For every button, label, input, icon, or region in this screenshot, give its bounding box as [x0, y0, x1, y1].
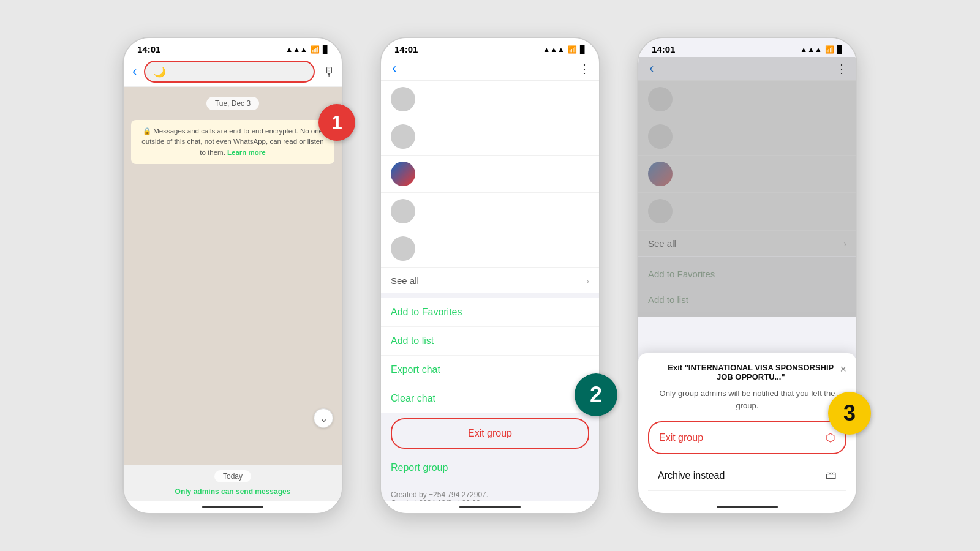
- list-item: [381, 81, 599, 118]
- see-all-row[interactable]: See all ›: [381, 268, 599, 293]
- chat-header: ‹ 🌙 🎙: [124, 57, 342, 87]
- home-bar-2: [459, 506, 521, 508]
- back-button-2[interactable]: ‹: [390, 61, 399, 77]
- phone-2: 14:01 ▲▲▲ 📶 ▊ ‹ ⋮: [380, 37, 600, 514]
- exit-dialog: Exit "INTERNATIONAL VISA SPONSORSHIP JOB…: [638, 353, 856, 501]
- home-bar-3: [717, 506, 778, 508]
- add-favorites-dimmed: Add to Favorites: [638, 261, 856, 287]
- time-3: 14:01: [652, 44, 675, 54]
- add-list-dimmed: Add to list: [638, 287, 856, 312]
- exit-group-button[interactable]: Exit group: [391, 418, 589, 449]
- status-bar-2: 14:01 ▲▲▲ 📶 ▊: [381, 38, 599, 57]
- list-item: [381, 156, 599, 193]
- step-3-badge: 3: [828, 392, 871, 435]
- see-all-label-3: See all: [648, 238, 676, 249]
- phone-1: 14:01 ▲▲▲ 📶 ▊ ‹ 🌙 🎙 Tue, Dec 3 🔒 Message…: [123, 37, 343, 514]
- status-icons-3: ▲▲▲ 📶 ▊: [800, 45, 843, 54]
- learn-more-link[interactable]: Learn more: [227, 149, 266, 156]
- home-indicator-2: [381, 501, 599, 513]
- phone-2-frame: 14:01 ▲▲▲ 📶 ▊ ‹ ⋮: [380, 37, 600, 514]
- add-to-favorites-item[interactable]: Add to Favorites: [381, 298, 599, 327]
- status-icons-1: ▲▲▲ 📶 ▊: [285, 45, 328, 54]
- phone-3-background: See all › Add to Favorites Add to list E…: [638, 81, 856, 501]
- see-all-label: See all: [391, 276, 419, 286]
- step-2-badge: 2: [575, 373, 617, 416]
- group-info-header-3: ‹ ⋮: [638, 57, 856, 81]
- list-item: [381, 118, 599, 156]
- dialog-header: Exit "INTERNATIONAL VISA SPONSORSHIP JOB…: [648, 363, 846, 381]
- lock-icon: 🔒: [143, 127, 151, 135]
- avatar-d1: [648, 87, 673, 111]
- created-by: Created by +254 794 272907.: [391, 490, 589, 499]
- only-text: Only: [175, 487, 192, 496]
- avatar: [391, 87, 415, 111]
- menu-button-3[interactable]: ⋮: [835, 61, 848, 76]
- signal-icon: ▲▲▲: [285, 45, 307, 54]
- step-1-badge: 1: [318, 104, 355, 141]
- dialog-body: Only group admins will be notified that …: [648, 388, 846, 411]
- phone-1-frame: 14:01 ▲▲▲ 📶 ▊ ‹ 🌙 🎙 Tue, Dec 3 🔒 Message…: [123, 37, 343, 514]
- chat-footer: Today Only admins can send messages: [124, 465, 342, 501]
- avatar-d4: [648, 199, 673, 223]
- battery-icon-2: ▊: [580, 45, 586, 54]
- status-bar-1: 14:01 ▲▲▲ 📶 ▊: [124, 38, 342, 57]
- avatar-d2: [648, 124, 673, 149]
- archive-icon: 🗃: [826, 469, 837, 482]
- group-info-header: ‹ ⋮: [381, 57, 599, 81]
- battery-icon: ▊: [323, 45, 328, 54]
- encryption-notice: 🔒 Messages and calls are end-to-end encr…: [131, 120, 334, 164]
- list-item-d3: [638, 156, 856, 193]
- status-bar-3: 14:01 ▲▲▲ 📶 ▊: [638, 38, 856, 57]
- battery-icon-3: ▊: [837, 45, 843, 54]
- close-dialog-button[interactable]: ×: [840, 363, 846, 376]
- list-item-d4: [638, 193, 856, 230]
- avatar: [391, 162, 415, 186]
- search-icon: 🌙: [154, 66, 166, 78]
- avatar: [391, 199, 415, 223]
- menu-section: Add to Favorites Add to list Export chat…: [381, 298, 599, 413]
- group-created-info: Created by +254 794 272907. Created 2024…: [381, 482, 599, 501]
- chevron-right-icon: ›: [586, 276, 589, 286]
- exit-group-dialog-button[interactable]: Exit group ⬡: [648, 421, 846, 454]
- suffix-text: can send messages: [221, 487, 290, 496]
- home-indicator-3: [638, 501, 856, 513]
- scroll-down-button[interactable]: ⌄: [314, 408, 333, 428]
- back-button-3[interactable]: ‹: [647, 61, 656, 77]
- search-bar[interactable]: 🌙: [144, 61, 315, 83]
- phone-3-frame: 14:01 ▲▲▲ 📶 ▊ ‹ ⋮: [637, 37, 858, 514]
- home-indicator-1: [124, 501, 342, 513]
- add-to-list-item[interactable]: Add to list: [381, 327, 599, 356]
- home-bar-1: [202, 506, 263, 508]
- voice-button[interactable]: 🎙: [323, 65, 336, 79]
- phone-3: 14:01 ▲▲▲ 📶 ▊ ‹ ⋮: [637, 37, 858, 514]
- time-1: 14:01: [137, 44, 160, 54]
- chat-date: Tue, Dec 3: [206, 97, 259, 110]
- export-chat-item[interactable]: Export chat: [381, 356, 599, 384]
- wifi-icon-2: 📶: [568, 45, 577, 54]
- signal-icon-3: ▲▲▲: [800, 45, 822, 54]
- group-info-scroll[interactable]: See all › Add to Favorites Add to list E…: [381, 81, 599, 501]
- step-1-number: 1: [331, 111, 342, 134]
- see-all-row-3: See all ›: [638, 230, 856, 256]
- status-icons-2: ▲▲▲ 📶 ▊: [543, 45, 586, 54]
- wifi-icon-3: 📶: [825, 45, 834, 54]
- back-button[interactable]: ‹: [130, 64, 139, 80]
- dialog-title: Exit "INTERNATIONAL VISA SPONSORSHIP JOB…: [662, 363, 840, 381]
- step-3-number: 3: [843, 400, 856, 426]
- today-label: Today: [214, 470, 251, 482]
- archive-label: Archive instead: [658, 470, 725, 481]
- admins-message: Only admins can send messages: [131, 487, 334, 496]
- report-group-item[interactable]: Report group: [381, 454, 599, 482]
- list-item: [381, 230, 599, 268]
- time-2: 14:01: [394, 44, 418, 54]
- archive-instead-button[interactable]: Archive instead 🗃: [648, 460, 846, 491]
- list-item-d2: [638, 118, 856, 156]
- member-list: See all ›: [381, 81, 599, 293]
- menu-button[interactable]: ⋮: [578, 61, 590, 76]
- chat-background: Tue, Dec 3 🔒 Messages and calls are end-…: [124, 87, 342, 465]
- list-item-d1: [638, 81, 856, 118]
- exit-icon: ⬡: [826, 431, 835, 444]
- clear-chat-item[interactable]: Clear chat: [381, 384, 599, 413]
- chevron-right-icon-3: ›: [843, 239, 846, 249]
- signal-icon-2: ▲▲▲: [543, 45, 565, 54]
